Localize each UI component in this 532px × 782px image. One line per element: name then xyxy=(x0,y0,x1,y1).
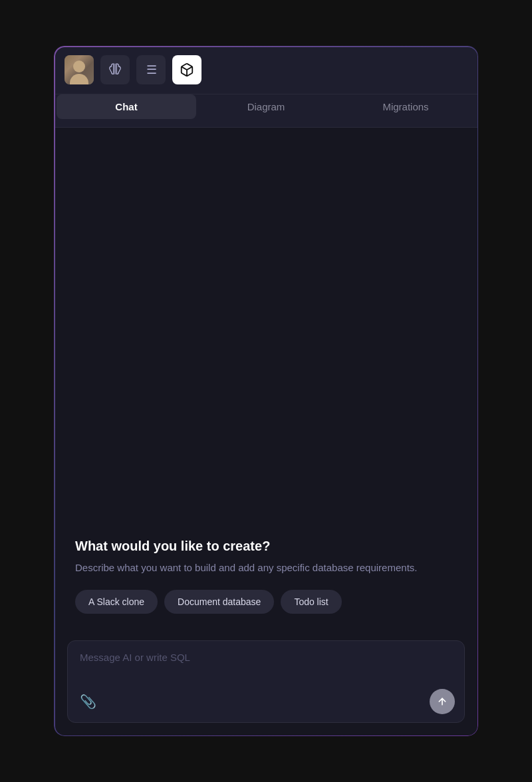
prompt-title: What would you like to create? xyxy=(75,539,457,554)
avatar xyxy=(65,55,94,84)
chip-slack-clone[interactable]: A Slack clone xyxy=(75,590,158,614)
brain-button[interactable] xyxy=(100,55,130,84)
cube-button[interactable] xyxy=(172,55,201,84)
attach-button[interactable]: 📎 xyxy=(77,691,99,712)
hamburger-icon: ☰ xyxy=(146,63,156,77)
cube-icon xyxy=(180,63,194,77)
prompt-description: Describe what you want to build and add … xyxy=(75,561,457,576)
prompt-section: What would you like to create? Describe … xyxy=(54,520,478,641)
brain-icon xyxy=(108,63,122,77)
menu-button[interactable]: ☰ xyxy=(136,55,166,84)
chat-area xyxy=(54,128,478,520)
chip-document-database[interactable]: Document database xyxy=(164,590,274,614)
chip-todo-list[interactable]: Todo list xyxy=(281,590,341,614)
message-input[interactable] xyxy=(68,641,464,681)
paperclip-icon: 📎 xyxy=(80,694,96,710)
suggestions: A Slack clone Document database Todo lis… xyxy=(75,590,457,614)
tab-chat[interactable]: Chat xyxy=(57,94,196,119)
app-window: ☰ Chat Diagram Migrations What would you… xyxy=(53,45,479,737)
tab-migrations[interactable]: Migrations xyxy=(336,94,475,119)
input-footer: 📎 xyxy=(68,684,464,722)
header: ☰ xyxy=(54,46,478,94)
send-button[interactable] xyxy=(430,689,455,714)
tab-diagram[interactable]: Diagram xyxy=(196,94,336,119)
send-icon xyxy=(437,696,448,707)
main-content: What would you like to create? Describe … xyxy=(54,128,478,736)
input-area: 📎 xyxy=(67,640,465,723)
tabs: Chat Diagram Migrations xyxy=(54,94,478,128)
